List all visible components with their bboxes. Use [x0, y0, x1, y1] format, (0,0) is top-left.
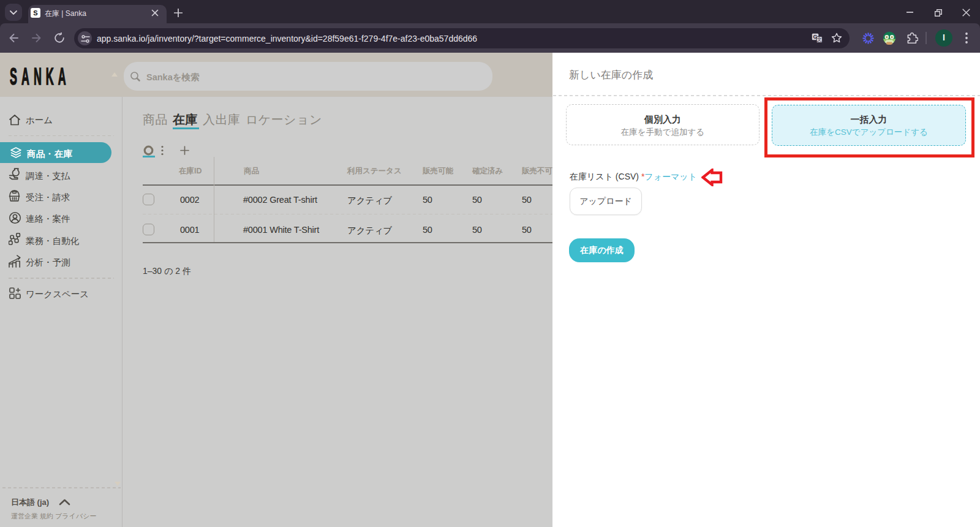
svg-text:文: 文	[817, 37, 822, 42]
